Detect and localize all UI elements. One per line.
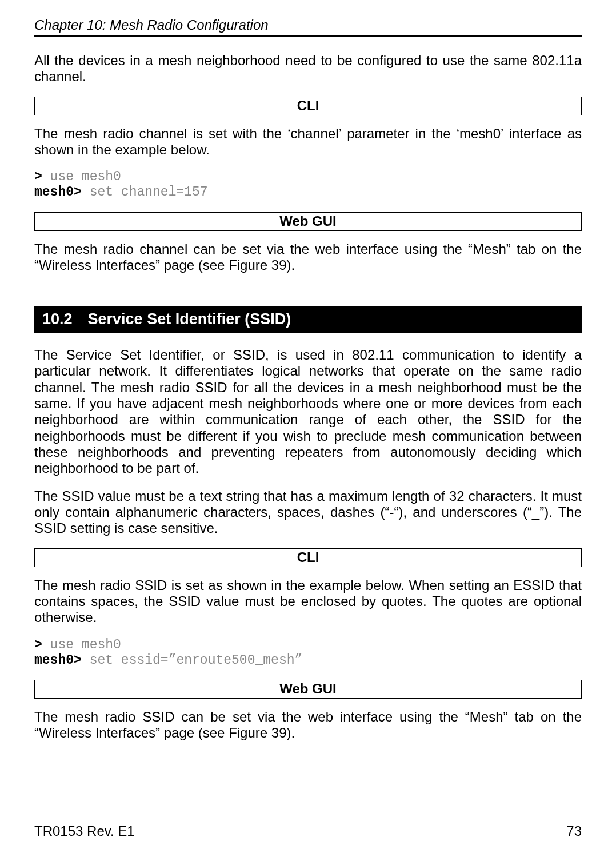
- footer-page-number: 73: [566, 823, 582, 839]
- paragraph-intro: All the devices in a mesh neighborhood n…: [34, 53, 582, 85]
- cli-prompt: mesh0>: [34, 653, 82, 668]
- cli-prompt: >: [34, 637, 42, 652]
- webgui-heading-box-1: Web GUI: [34, 212, 582, 231]
- cli-example-1: > use mesh0 mesh0> set channel=157: [34, 169, 582, 200]
- paragraph-ssid-2: The SSID value must be a text string tha…: [34, 488, 582, 537]
- paragraph-cli-ssid: The mesh radio SSID is set as shown in t…: [34, 577, 582, 626]
- paragraph-webgui-ssid: The mesh radio SSID can be set via the w…: [34, 709, 582, 742]
- paragraph-ssid-1: The Service Set Identifier, or SSID, is …: [34, 347, 582, 477]
- footer-doc-rev: TR0153 Rev. E1: [34, 823, 135, 839]
- cli-command: set channel=157: [82, 185, 208, 200]
- cli-prompt: >: [34, 169, 42, 184]
- paragraph-webgui-channel: The mesh radio channel can be set via th…: [34, 241, 582, 274]
- cli-prompt: mesh0>: [34, 185, 82, 200]
- cli-heading-box-1: CLI: [34, 97, 582, 115]
- cli-command: use mesh0: [42, 169, 121, 184]
- cli-command: use mesh0: [42, 637, 121, 652]
- cli-example-2: > use mesh0 mesh0> set essid=”enroute500…: [34, 637, 582, 668]
- paragraph-cli-channel: The mesh radio channel is set with the ‘…: [34, 126, 582, 158]
- cli-command: set essid=”enroute500_mesh”: [82, 653, 302, 668]
- cli-heading-box-2: CLI: [34, 548, 582, 567]
- section-heading-10-2: 10.2 Service Set Identifier (SSID): [34, 306, 582, 333]
- webgui-heading-box-2: Web GUI: [34, 680, 582, 699]
- chapter-header: Chapter 10: Mesh Radio Configuration: [34, 17, 582, 37]
